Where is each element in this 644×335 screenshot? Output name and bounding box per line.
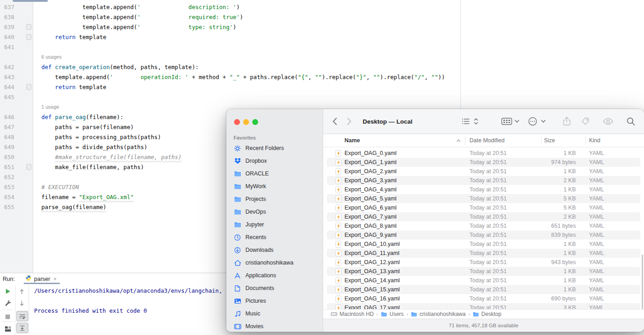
code-line[interactable]: 643 template.append(' operationId: ' + m…: [0, 72, 460, 82]
code-line[interactable]: 644 return template: [0, 82, 460, 92]
code-line[interactable]: 642def create_operation(method, paths, t…: [0, 62, 460, 72]
table-row[interactable]: Export_OAG_0.yamlToday at 20:511 KBYAML: [327, 149, 640, 158]
share-button[interactable]: [563, 116, 571, 126]
line-number[interactable]: 650: [0, 154, 20, 160]
rerun-button[interactable]: [3, 287, 12, 296]
usage-annotation-line[interactable]: 6 usages: [0, 52, 460, 62]
line-number[interactable]: 645: [0, 94, 20, 100]
group-button[interactable]: [501, 117, 512, 125]
code-line[interactable]: 638 template.append(' required: true'): [0, 12, 460, 22]
table-row[interactable]: Export_OAG_6.yamlToday at 20:515 KBYAML: [327, 203, 640, 212]
chevron-down-icon[interactable]: [514, 120, 519, 123]
view-updown-chevrons-icon[interactable]: [474, 117, 479, 125]
preview-eye-button[interactable]: [603, 118, 614, 125]
fold-marker-icon[interactable]: [26, 84, 31, 90]
sidebar-item-pictures[interactable]: Pictures: [226, 295, 323, 307]
column-divider[interactable]: [585, 136, 586, 145]
fold-marker-icon[interactable]: [26, 24, 31, 30]
sidebar-item-jupyter[interactable]: Jupyter: [226, 218, 323, 231]
window-close-button[interactable]: [234, 119, 240, 125]
sidebar-item-recent-folders[interactable]: Recent Folders: [226, 142, 323, 155]
line-number[interactable]: 639: [0, 24, 20, 30]
tag-button[interactable]: [581, 117, 590, 126]
line-number[interactable]: 646: [0, 114, 20, 120]
restore-layout-button[interactable]: [3, 324, 12, 333]
table-row[interactable]: Export_OAG_14.yamlToday at 20:511 KBYAML: [327, 276, 640, 285]
view-list-button[interactable]: [462, 118, 472, 125]
fold-marker-icon[interactable]: [26, 34, 31, 40]
sidebar-item-devops[interactable]: DevOps: [226, 205, 323, 218]
line-number[interactable]: 654: [0, 194, 20, 200]
column-header-date[interactable]: Date Modified: [469, 134, 504, 147]
table-row[interactable]: Export_OAG_10.yamlToday at 20:511 KBYAML: [327, 240, 640, 249]
breadcrumb-item-macintosh-hd[interactable]: Macintosh HD: [331, 311, 374, 317]
line-number[interactable]: 647: [0, 124, 20, 130]
code-line[interactable]: 645: [0, 92, 460, 102]
stop-button[interactable]: [3, 312, 12, 321]
prev-occurrence-button[interactable]: [17, 287, 26, 296]
column-header-kind[interactable]: Kind: [589, 134, 600, 147]
run-tab-parser[interactable]: parser ×: [25, 275, 56, 283]
code-line[interactable]: 639 template.append(' type: string'): [0, 22, 460, 32]
table-row[interactable]: Export_OAG_16.yamlToday at 20:51690 byte…: [327, 294, 640, 303]
next-occurrence-button[interactable]: [17, 299, 26, 308]
sort-ascending-icon[interactable]: [456, 134, 461, 147]
column-divider[interactable]: [465, 136, 465, 145]
table-row[interactable]: Export_OAG_3.yamlToday at 20:512 KBYAML: [327, 176, 640, 185]
back-button[interactable]: [332, 117, 337, 125]
window-zoom-button[interactable]: [252, 119, 258, 125]
sidebar-item-dropbox[interactable]: Dropbox: [226, 155, 323, 167]
table-row[interactable]: Export_OAG_17.yamlToday at 20:513 KBYAML: [327, 303, 640, 309]
line-number[interactable]: 648: [0, 134, 20, 140]
table-row[interactable]: Export_OAG_11.yamlToday at 20:511 KBYAML: [327, 249, 640, 258]
sidebar-item-cristianohoshikawa[interactable]: cristianohoshikawa: [226, 256, 323, 269]
table-row[interactable]: Export_OAG_5.yamlToday at 20:515 KBYAML: [327, 194, 640, 203]
forward-button[interactable]: [347, 117, 352, 125]
table-row[interactable]: Export_OAG_15.yamlToday at 20:511 KBYAML: [327, 285, 640, 294]
sidebar-item-applications[interactable]: Applications: [226, 269, 323, 282]
table-row[interactable]: Export_OAG_9.yamlToday at 20:51839 bytes…: [327, 230, 640, 240]
sidebar-item-oracle[interactable]: ORACLE: [226, 167, 323, 180]
sidebar-item-music[interactable]: Music: [226, 307, 323, 320]
table-row[interactable]: Export_OAG_1.yamlToday at 20:51974 bytes…: [327, 158, 640, 167]
settings-wrench-button[interactable]: [3, 299, 12, 308]
table-row[interactable]: Export_OAG_2.yamlToday at 20:511 KBYAML: [327, 167, 640, 176]
sidebar-item-mywork[interactable]: MyWork: [226, 180, 323, 193]
line-number[interactable]: 643: [0, 74, 20, 80]
scroll-to-end-toggle[interactable]: [16, 323, 28, 333]
sidebar-item-movies[interactable]: Movies: [226, 320, 323, 332]
line-number[interactable]: 640: [0, 34, 20, 40]
table-row[interactable]: Export_OAG_13.yamlToday at 20:511 KBYAML: [327, 267, 640, 276]
column-divider[interactable]: [541, 136, 542, 145]
line-number[interactable]: 652: [0, 174, 20, 180]
code-line[interactable]: 637 template.append(' description: '): [0, 2, 460, 12]
code-line[interactable]: 640 return template: [0, 32, 460, 42]
column-header-name[interactable]: Name: [344, 134, 360, 147]
line-number[interactable]: 649: [0, 144, 20, 150]
line-number[interactable]: 651: [0, 164, 20, 170]
close-tab-icon[interactable]: ×: [53, 276, 56, 282]
window-minimize-button[interactable]: [243, 119, 249, 125]
line-number[interactable]: 653: [0, 184, 20, 190]
table-row[interactable]: Export_OAG_12.yamlToday at 20:51943 byte…: [327, 258, 640, 267]
breadcrumb-item-cristianohoshikawa[interactable]: cristianohoshikawa: [411, 311, 465, 317]
line-number[interactable]: 641: [0, 44, 20, 50]
column-header-size[interactable]: Size: [544, 134, 555, 147]
sidebar-item-recents[interactable]: Recents: [226, 231, 323, 244]
line-number[interactable]: 637: [0, 4, 20, 10]
sidebar-item-documents[interactable]: Documents: [226, 282, 323, 295]
line-number[interactable]: 642: [0, 64, 20, 70]
table-row[interactable]: Export_OAG_8.yamlToday at 20:51651 bytes…: [327, 221, 640, 230]
sidebar-item-downloads[interactable]: Downloads: [226, 244, 323, 256]
line-number[interactable]: 644: [0, 84, 20, 90]
breadcrumb-item-users[interactable]: Users: [381, 311, 404, 317]
fold-marker-icon[interactable]: [26, 164, 31, 170]
search-button[interactable]: [626, 117, 635, 126]
run-console[interactable]: /Users/cristianohoshikawa/opt/anaconda3/…: [34, 286, 222, 316]
code-line[interactable]: 641: [0, 42, 460, 52]
table-row[interactable]: Export_OAG_4.yamlToday at 20:511 KBYAML: [327, 185, 640, 194]
sidebar-item-projects[interactable]: Projects: [226, 193, 323, 205]
line-number[interactable]: 655: [0, 204, 20, 210]
line-number[interactable]: 638: [0, 14, 20, 20]
soft-wrap-toggle[interactable]: [16, 311, 28, 321]
